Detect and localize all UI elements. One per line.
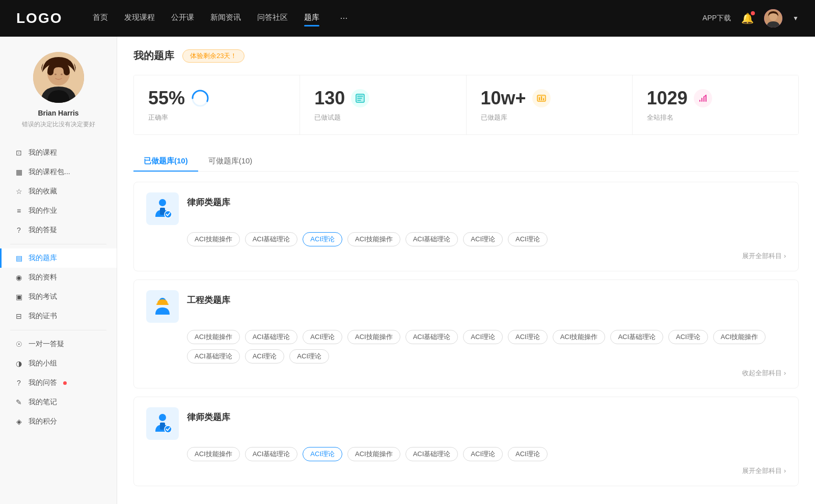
bank-card-1: 工程类题库ACI技能操作ACI基础理论ACI理论ACI技能操作ACI基础理论AC… bbox=[133, 279, 799, 388]
stat-done-banks-label: 已做题库 bbox=[481, 113, 618, 122]
sidebar-item-group-label: 我的小组 bbox=[29, 359, 57, 368]
bank-tag-1-2[interactable]: ACI理论 bbox=[303, 330, 342, 344]
divider-1 bbox=[10, 244, 106, 244]
bank-tag-1-13[interactable]: ACI理论 bbox=[289, 349, 329, 363]
bank-tag-0-5[interactable]: ACI理论 bbox=[463, 232, 503, 246]
bank-tag-0-4[interactable]: ACI基础理论 bbox=[405, 232, 458, 246]
nav-home[interactable]: 首页 bbox=[93, 13, 108, 24]
sidebar-item-exam[interactable]: ▣ 我的考试 bbox=[0, 287, 117, 306]
bank-header-0: 律师类题库 bbox=[146, 192, 786, 225]
group-icon: ◑ bbox=[14, 359, 23, 368]
nav-open-course[interactable]: 公开课 bbox=[171, 13, 194, 24]
notes-icon: ✎ bbox=[14, 398, 23, 406]
stat-accuracy-value: 55% bbox=[148, 88, 185, 109]
stat-rank-label: 全站排名 bbox=[647, 113, 784, 122]
stat-done-banks-top: 10w+ bbox=[481, 88, 618, 109]
bank-cards-container: 律师类题库ACI技能操作ACI基础理论ACI理论ACI技能操作ACI基础理论AC… bbox=[133, 182, 799, 486]
bank-tag-1-6[interactable]: ACI理论 bbox=[508, 330, 548, 344]
sidebar-item-tutoring[interactable]: ☉ 一对一答疑 bbox=[0, 334, 117, 354]
nav-discover[interactable]: 发现课程 bbox=[124, 13, 155, 24]
stat-done-questions: 130 已做试题 bbox=[300, 75, 466, 134]
trial-badge: 体验剩余23天！ bbox=[182, 49, 244, 63]
bank-tag-1-7[interactable]: ACI技能操作 bbox=[553, 330, 606, 344]
page-wrapper: Brian Harris 错误的决定比没有决定要好 ⊡ 我的课程 ▦ 我的课程包… bbox=[0, 37, 815, 504]
sidebar-item-points[interactable]: ◈ 我的积分 bbox=[0, 412, 117, 431]
bank-tag-1-3[interactable]: ACI技能操作 bbox=[347, 330, 400, 344]
sidebar-item-certificate[interactable]: ⊟ 我的证书 bbox=[0, 306, 117, 326]
sidebar-item-questions[interactable]: ? 我的问答 bbox=[0, 373, 117, 393]
tab-done-banks[interactable]: 已做题库(10) bbox=[133, 151, 198, 171]
exam-icon: ▣ bbox=[14, 293, 23, 301]
bank-tags-1: ACI技能操作ACI基础理论ACI理论ACI技能操作ACI基础理论ACI理论AC… bbox=[146, 330, 786, 363]
bank-tag-0-1[interactable]: ACI基础理论 bbox=[245, 232, 298, 246]
sidebar-item-favorites-label: 我的收藏 bbox=[29, 187, 57, 196]
nav-qa[interactable]: 问答社区 bbox=[257, 13, 288, 24]
nav-more[interactable]: ··· bbox=[340, 13, 347, 24]
sidebar-item-question-bank[interactable]: ▤ 我的题库 bbox=[0, 248, 117, 268]
sidebar-item-profile-label: 我的资料 bbox=[29, 273, 57, 282]
bank-tag-1-12[interactable]: ACI理论 bbox=[245, 349, 285, 363]
sidebar-item-notes-label: 我的笔记 bbox=[29, 398, 57, 407]
tab-available-banks[interactable]: 可做题库(10) bbox=[198, 151, 263, 171]
expand-link-1[interactable]: 收起全部科目 › bbox=[742, 369, 786, 378]
sidebar-item-questions-label: 我的问答 bbox=[29, 378, 57, 387]
bank-tag-1-5[interactable]: ACI理论 bbox=[463, 330, 503, 344]
sidebar-item-qa[interactable]: ? 我的答疑 bbox=[0, 220, 117, 240]
sidebar-item-homework[interactable]: ≡ 我的作业 bbox=[0, 201, 117, 220]
bank-tag-2-5[interactable]: ACI理论 bbox=[463, 447, 503, 461]
bank-tag-0-2[interactable]: ACI理论 bbox=[303, 232, 342, 246]
dropdown-arrow[interactable]: ▼ bbox=[793, 15, 799, 22]
bank-tags-0: ACI技能操作ACI基础理论ACI理论ACI技能操作ACI基础理论ACI理论AC… bbox=[146, 232, 786, 246]
bank-tag-1-0[interactable]: ACI技能操作 bbox=[187, 330, 240, 344]
sidebar-item-course[interactable]: ⊡ 我的课程 bbox=[0, 143, 117, 162]
progress-circle-icon bbox=[191, 89, 209, 107]
homework-icon: ≡ bbox=[14, 207, 23, 215]
bank-tag-2-1[interactable]: ACI基础理论 bbox=[245, 447, 298, 461]
bank-tag-1-1[interactable]: ACI基础理论 bbox=[245, 330, 298, 344]
bank-tag-2-6[interactable]: ACI理论 bbox=[508, 447, 548, 461]
sidebar-item-notes[interactable]: ✎ 我的笔记 bbox=[0, 393, 117, 412]
bank-icon-2 bbox=[146, 407, 179, 440]
stat-done-banks: 10w+ 已做题库 bbox=[467, 75, 633, 134]
sidebar-item-group[interactable]: ◑ 我的小组 bbox=[0, 354, 117, 373]
bank-tag-1-11[interactable]: ACI基础理论 bbox=[187, 349, 240, 363]
stat-rank-value: 1029 bbox=[647, 88, 688, 109]
nav-question-bank[interactable]: 题库 bbox=[304, 13, 319, 24]
bank-tag-2-2[interactable]: ACI理论 bbox=[303, 447, 342, 461]
bank-tag-0-6[interactable]: ACI理论 bbox=[508, 232, 548, 246]
bank-tag-2-3[interactable]: ACI技能操作 bbox=[347, 447, 400, 461]
profile-avatar bbox=[33, 52, 84, 103]
bank-tag-0-3[interactable]: ACI技能操作 bbox=[347, 232, 400, 246]
expand-link-2[interactable]: 展开全部科目 › bbox=[742, 466, 786, 475]
sidebar-item-profile[interactable]: ◉ 我的资料 bbox=[0, 268, 117, 287]
bank-header-2: 律师类题库 bbox=[146, 407, 786, 440]
bank-tag-0-0[interactable]: ACI技能操作 bbox=[187, 232, 240, 246]
bank-tag-1-9[interactable]: ACI理论 bbox=[668, 330, 708, 344]
bank-tag-1-4[interactable]: ACI基础理论 bbox=[405, 330, 458, 344]
bank-tag-1-10[interactable]: ACI技能操作 bbox=[713, 330, 766, 344]
questions-badge bbox=[63, 381, 67, 385]
bank-tag-1-8[interactable]: ACI基础理论 bbox=[610, 330, 663, 344]
sidebar-item-favorites[interactable]: ☆ 我的收藏 bbox=[0, 182, 117, 201]
bank-tag-2-0[interactable]: ACI技能操作 bbox=[187, 447, 240, 461]
bank-tag-2-4[interactable]: ACI基础理论 bbox=[405, 447, 458, 461]
profile-icon: ◉ bbox=[14, 273, 23, 282]
user-avatar[interactable] bbox=[764, 9, 782, 27]
sidebar-item-qa-label: 我的答疑 bbox=[29, 226, 57, 235]
sidebar-item-course-package[interactable]: ▦ 我的课程包... bbox=[0, 162, 117, 182]
bank-card-2: 律师类题库ACI技能操作ACI基础理论ACI理论ACI技能操作ACI基础理论AC… bbox=[133, 397, 799, 486]
stat-rank-top: 1029 bbox=[647, 88, 784, 109]
app-download[interactable]: APP下载 bbox=[702, 14, 731, 23]
nav-news[interactable]: 新闻资讯 bbox=[210, 13, 241, 24]
svg-point-6 bbox=[61, 74, 63, 75]
main-content: 我的题库 体验剩余23天！ 55% 正确率 bbox=[117, 37, 815, 504]
bank-icon-0 bbox=[146, 192, 179, 225]
bank-footer-0: 展开全部科目 › bbox=[146, 251, 786, 261]
notification-bell[interactable]: 🔔 bbox=[741, 12, 754, 24]
expand-link-0[interactable]: 展开全部科目 › bbox=[742, 251, 786, 261]
course-package-icon: ▦ bbox=[14, 168, 23, 176]
points-icon: ◈ bbox=[14, 417, 23, 426]
sidebar-item-homework-label: 我的作业 bbox=[29, 206, 57, 215]
qa-icon: ? bbox=[14, 226, 23, 234]
rank-icon bbox=[694, 89, 712, 107]
